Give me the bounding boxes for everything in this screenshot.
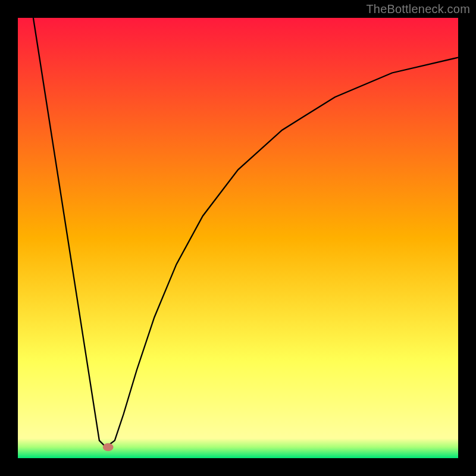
gradient-background xyxy=(18,18,458,458)
selected-point xyxy=(103,443,114,451)
markers xyxy=(103,443,114,451)
attribution-label: TheBottleneck.com xyxy=(366,2,470,16)
chart-plot xyxy=(18,18,458,458)
chart-frame: TheBottleneck.com xyxy=(0,0,476,476)
